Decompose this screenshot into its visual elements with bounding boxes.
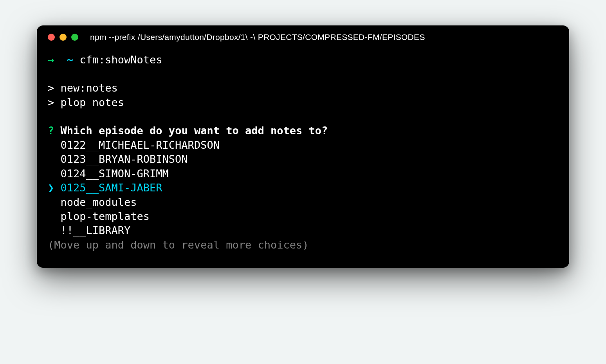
choice-label: 0124__SIMON-GRIMM: [61, 168, 169, 180]
choice-item[interactable]: 0122__MICHEAEL-RICHARDSON: [48, 138, 558, 152]
choice-item[interactable]: !!__LIBRARY: [48, 223, 558, 238]
choice-label: !!__LIBRARY: [61, 224, 131, 236]
choice-label-selected: 0125__SAMI-JABER: [61, 182, 162, 194]
prompt-arrow-icon: →: [48, 54, 54, 66]
terminal-window: npm --prefix /Users/amydutton/Dropbox/1\…: [37, 25, 569, 268]
choice-item[interactable]: plop-templates: [48, 209, 558, 223]
terminal-body[interactable]: → ~ cfm:showNotes > new:notes > plop not…: [37, 46, 569, 268]
prompt-path: ~: [67, 54, 73, 66]
titlebar: npm --prefix /Users/amydutton/Dropbox/1\…: [37, 25, 569, 46]
choice-pointer-icon: ❯: [48, 182, 54, 194]
close-button[interactable]: [48, 34, 55, 41]
choice-label: plop-templates: [61, 210, 150, 222]
question-mark-icon: ?: [48, 124, 54, 137]
question-line: ? Which episode do you want to add notes…: [48, 124, 558, 138]
choice-item[interactable]: 0124__SIMON-GRIMM: [48, 167, 558, 181]
blank-line: [48, 67, 558, 81]
choice-item[interactable]: ❯ 0125__SAMI-JABER: [48, 181, 558, 195]
window-title: npm --prefix /Users/amydutton/Dropbox/1\…: [90, 32, 425, 42]
output-line-1: > new:notes: [48, 81, 558, 95]
blank-line: [48, 110, 558, 124]
maximize-button[interactable]: [71, 34, 78, 41]
hint-text: (Move up and down to reveal more choices…: [48, 238, 558, 252]
choice-label: 0122__MICHEAEL-RICHARDSON: [61, 139, 220, 151]
output-line-2: > plop notes: [48, 96, 558, 110]
choice-label: 0123__BRYAN-ROBINSON: [61, 153, 188, 165]
traffic-lights: [48, 34, 78, 41]
choice-item[interactable]: node_modules: [48, 195, 558, 209]
prompt-line: → ~ cfm:showNotes: [48, 53, 558, 67]
choices-list[interactable]: 0122__MICHEAEL-RICHARDSON 0123__BRYAN-RO…: [48, 138, 558, 238]
question-text: Which episode do you want to add notes t…: [61, 124, 328, 137]
choice-label: node_modules: [61, 196, 137, 208]
prompt-command: cfm:showNotes: [79, 54, 162, 66]
choice-item[interactable]: 0123__BRYAN-ROBINSON: [48, 152, 558, 166]
minimize-button[interactable]: [60, 34, 67, 41]
